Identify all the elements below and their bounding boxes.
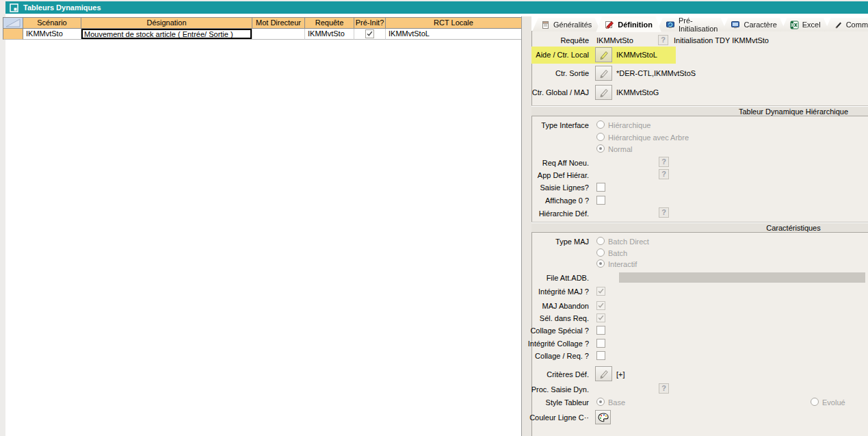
notes-icon	[541, 21, 550, 29]
requete-value: IKMMvtSto	[596, 36, 633, 44]
maj-abandon-label: MAJ Abandon	[542, 302, 590, 310]
focused-cell-border: Mouvement de stock article ( Entrée/ Sor…	[81, 29, 252, 39]
window-app-icon	[10, 3, 18, 12]
check-icon	[367, 31, 373, 37]
tab-label: Excel	[802, 21, 821, 29]
type-interface-label: Type Interface	[541, 121, 589, 129]
detail-panel: Généralités Définition Pré-Initialisatio…	[531, 16, 868, 436]
section-hierarchique-title: Tableur Dynamique Hiérarchique	[739, 107, 848, 116]
aide-ctr-local-edit-button[interactable]	[595, 47, 612, 62]
collage-special-checkbox[interactable]	[596, 326, 605, 335]
cell-mot-directeur[interactable]	[252, 29, 305, 40]
tab-label: Pré-Initialisation	[679, 16, 718, 33]
col-header-designation[interactable]: Désignation	[81, 17, 252, 29]
section-hierarchique: Tableur Dynamique Hiérarchique	[531, 106, 868, 116]
cell-pre-init	[354, 29, 386, 40]
tab-excel[interactable]: Excel	[781, 18, 830, 31]
check-icon	[598, 303, 604, 309]
tab-definition[interactable]: Définition	[596, 16, 661, 32]
couleur-ligne-label: Couleur Ligne C··	[529, 413, 589, 422]
col-header-rct-locale[interactable]: RCT Locale	[386, 17, 522, 29]
radio-normal[interactable]	[596, 144, 605, 153]
ctr-sortie-value: *DER-CTL,IKMMvtStoS	[616, 69, 696, 77]
row-selector[interactable]	[3, 29, 23, 40]
radio-hierarchique-label: Hiérarchique	[608, 121, 650, 129]
ctr-global-maj-label: Ctr. Global / MAJ	[532, 88, 589, 97]
aide-ctr-local-value: IKMMvtStoL	[616, 51, 657, 59]
ctr-sortie-edit-button[interactable]	[595, 66, 612, 81]
radio-interactif-label: Interactif	[608, 260, 637, 268]
couleur-ligne-button[interactable]	[595, 410, 611, 424]
palette-icon	[598, 413, 609, 422]
collage-req-label: Collage / Req. ?	[535, 352, 589, 360]
radio-evolue[interactable]	[811, 398, 819, 406]
table-corner-select-all[interactable]	[3, 17, 23, 29]
cell-designation-focused[interactable]: Mouvement de stock article ( Entrée/ Sor…	[81, 29, 252, 40]
tab-label: Définition	[618, 21, 653, 29]
integrite-collage-checkbox[interactable]	[596, 339, 605, 348]
tab-label: Commentaire	[846, 21, 868, 29]
hierarchie-def-help-button[interactable]: ?	[659, 207, 669, 218]
collage-req-checkbox[interactable]	[596, 351, 605, 360]
saisie-lignes-checkbox[interactable]	[596, 183, 605, 192]
col-header-pre-init[interactable]: Pré-Init?	[354, 17, 386, 29]
ctr-global-maj-edit-button[interactable]	[595, 85, 612, 100]
radio-batch[interactable]	[596, 248, 605, 257]
maj-abandon-checkbox	[596, 301, 605, 310]
tab-pre-initialisation[interactable]: Pré-Initialisation	[657, 18, 726, 31]
affichage-0-checkbox[interactable]	[596, 196, 605, 205]
radio-base[interactable]	[596, 398, 605, 406]
table-row: IKMMvtSto Mouvement de stock article ( E…	[3, 29, 522, 40]
tab-caractere[interactable]: Caractère	[722, 18, 785, 31]
criteres-def-plus: [+]	[616, 370, 625, 379]
section-caracteristiques-title: Caractéristiques	[766, 224, 820, 232]
integrite-maj-checkbox	[596, 287, 605, 296]
pre-init-checkbox[interactable]	[365, 29, 374, 38]
radio-hierarchique-avec-arbre[interactable]	[596, 133, 605, 141]
tab-label: Caractère	[744, 21, 776, 29]
radio-hierarchique[interactable]	[596, 120, 605, 129]
proc-saisie-dyn-help-button[interactable]: ?	[659, 383, 669, 394]
col-header-mot-directeur[interactable]: Mot Directeur	[252, 17, 305, 29]
radio-batch-direct[interactable]	[596, 237, 605, 245]
table-header-row: Scénario Désignation Mot Directeur Requê…	[3, 17, 522, 29]
criteres-def-edit-button[interactable]	[595, 366, 612, 381]
collage-special-label: Collage Spécial ?	[530, 326, 589, 335]
integrite-maj-label: Intégrité MAJ ?	[538, 287, 589, 296]
col-header-requete[interactable]: Requête	[305, 17, 354, 29]
cell-rct-locale[interactable]: IKMMvtStoL	[386, 29, 522, 40]
col-header-scenario[interactable]: Scénario	[23, 17, 81, 29]
hand-pen-icon	[599, 87, 609, 98]
integrite-collage-label: Intégrité Collage ?	[528, 339, 589, 348]
requete-help-button[interactable]: ?	[658, 35, 668, 45]
affichage-0-label: Affichage 0 ?	[545, 196, 589, 205]
criteres-def-label: Critères Déf.	[547, 370, 589, 379]
requete-label: Requête	[560, 36, 589, 44]
radio-normal-label: Normal	[608, 145, 632, 153]
vertical-scrollbar[interactable]	[521, 16, 531, 436]
title-bar: Tableurs Dynamiques	[5, 1, 868, 14]
cell-requete[interactable]: IKMMvtSto	[305, 29, 354, 40]
req-aff-noeu-label: Req Aff Noeu.	[542, 159, 589, 167]
app-def-hierar-help-button[interactable]: ?	[659, 169, 669, 179]
hand-pen-icon	[599, 368, 609, 379]
ctr-global-maj-value: IKMMvtStoG	[616, 88, 659, 97]
monitor-icon	[731, 21, 740, 29]
pencil-icon	[834, 21, 843, 29]
tab-generalites[interactable]: Généralités	[532, 18, 601, 31]
radio-interactif[interactable]	[596, 259, 605, 268]
cell-scenario[interactable]: IKMMvtSto	[23, 29, 81, 40]
ctr-sortie-label: Ctr. Sortie	[555, 69, 589, 77]
radio-evolue-label: Evolué	[822, 398, 845, 407]
app-def-hierar-label: App Def Hiérar.	[538, 171, 589, 179]
aide-ctr-local-label: Aide / Ctr. Local	[536, 51, 589, 59]
req-aff-noeu-help-button[interactable]: ?	[659, 157, 669, 167]
sel-dans-req-label: Sél. dans Req.	[540, 314, 589, 322]
tab-strip: Généralités Définition Pré-Initialisatio…	[532, 16, 868, 31]
tab-commentaire[interactable]: Commentaire	[825, 18, 868, 31]
proc-saisie-dyn-label: Proc. Saisie Dyn.	[531, 385, 589, 394]
requete-description: Initialisation TDY IKMMvtSto	[674, 36, 769, 44]
window-frame-left	[0, 0, 5, 436]
file-att-adb-input[interactable]	[619, 272, 865, 283]
hand-pen-icon	[599, 68, 609, 79]
